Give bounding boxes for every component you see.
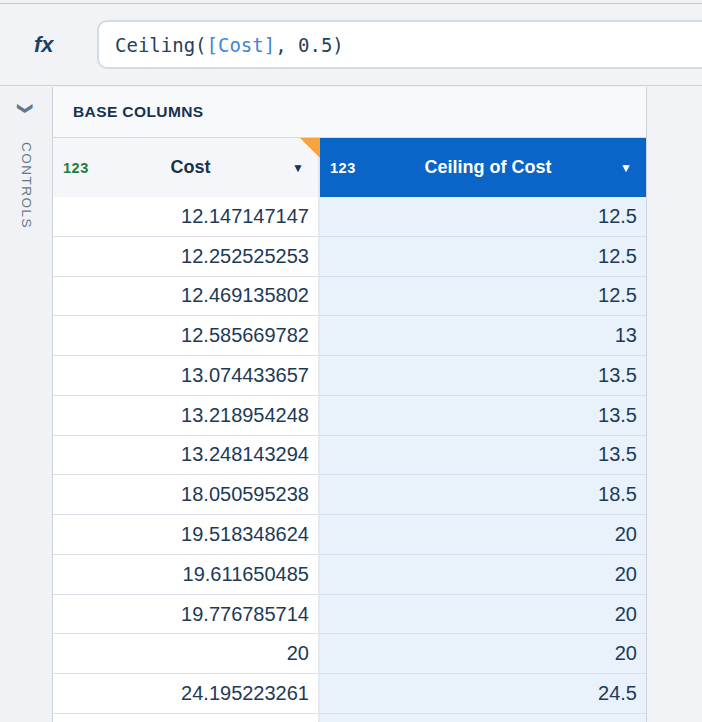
spreadsheet-app: fx Ceiling([Cost], 0.5) ❯ CONTROLS BASE … xyxy=(0,0,702,722)
table-cell[interactable]: 13.248143294 xyxy=(53,436,320,476)
chevron-collapse-icon[interactable]: ❯ xyxy=(19,102,34,115)
table-row: 12.14714714712.5 xyxy=(53,197,646,237)
column-header-label: Cost xyxy=(89,157,292,178)
table-cell[interactable]: 20 xyxy=(320,515,646,555)
table-row: 13.21895424813.5 xyxy=(53,396,646,436)
formula-text-prefix: Ceiling( xyxy=(115,34,207,56)
fx-icon: fx xyxy=(34,32,54,58)
table-cell[interactable]: 12.585669782 xyxy=(53,316,320,356)
formula-input[interactable]: Ceiling([Cost], 0.5) xyxy=(97,20,702,69)
panel-title-band: BASE COLUMNS xyxy=(53,87,646,138)
table-cell[interactable]: 13.5 xyxy=(320,356,646,396)
table-cell[interactable]: 13.5 xyxy=(320,396,646,436)
table-cell[interactable]: 13 xyxy=(320,316,646,356)
controls-panel-toggle[interactable]: ❯ CONTROLS xyxy=(0,87,52,722)
table-cell[interactable]: 12.5 xyxy=(320,237,646,277)
table-cell[interactable]: 12.147147147 xyxy=(53,197,320,237)
table-cell[interactable]: 13.218954248 xyxy=(53,396,320,436)
table-cell[interactable]: 18.050595238 xyxy=(53,475,320,515)
table-cell[interactable]: 20 xyxy=(53,634,320,674)
table-cell[interactable]: 19.611650485 xyxy=(53,555,320,595)
number-dtype-icon: 123 xyxy=(320,160,356,176)
orange-corner-flag-icon xyxy=(300,138,320,158)
table-cell[interactable]: 20 xyxy=(320,555,646,595)
table-cell[interactable]: 12.252525253 xyxy=(53,237,320,277)
table-cell[interactable]: 13.5 xyxy=(320,436,646,476)
table-row: 18.05059523818.5 xyxy=(53,475,646,515)
table-cell[interactable]: 24.5 xyxy=(320,674,646,714)
table-row: 19.77678571420 xyxy=(53,595,646,635)
table-cell[interactable]: 12.5 xyxy=(320,277,646,317)
table-cell[interactable]: 20 xyxy=(320,634,646,674)
table-cell[interactable]: 20 xyxy=(320,595,646,635)
formula-column-reference: [Cost] xyxy=(207,34,276,56)
table-row xyxy=(53,714,646,722)
column-header-cost[interactable]: 123 Cost ▼ xyxy=(53,138,320,197)
table-cell[interactable]: 12.5 xyxy=(320,197,646,237)
table-row: 12.46913580212.5 xyxy=(53,277,646,317)
column-header-label: Ceiling of Cost xyxy=(356,157,620,178)
table-row: 2020 xyxy=(53,634,646,674)
table-cell[interactable] xyxy=(53,714,320,722)
table-row: 19.61165048520 xyxy=(53,555,646,595)
table-cell[interactable] xyxy=(320,714,646,722)
column-header-ceiling-of-cost[interactable]: 123 Ceiling of Cost ▼ xyxy=(320,138,646,197)
formula-bar: fx Ceiling([Cost], 0.5) xyxy=(0,3,702,86)
table-cell[interactable]: 24.195223261 xyxy=(53,674,320,714)
table-cell[interactable]: 13.074433657 xyxy=(53,356,320,396)
column-menu-caret-icon[interactable]: ▼ xyxy=(292,161,318,175)
table-row: 12.58566978213 xyxy=(53,316,646,356)
table-row: 24.19522326124.5 xyxy=(53,674,646,714)
table-row: 13.24814329413.5 xyxy=(53,436,646,476)
table-cell[interactable]: 19.518348624 xyxy=(53,515,320,555)
table-body: 12.14714714712.512.25252525312.512.46913… xyxy=(53,197,646,722)
formula-text-suffix: , 0.5) xyxy=(275,34,344,56)
table-cell[interactable]: 12.469135802 xyxy=(53,277,320,317)
panel-title: BASE COLUMNS xyxy=(73,103,204,121)
column-menu-caret-icon[interactable]: ▼ xyxy=(620,161,646,175)
controls-rail-label: CONTROLS xyxy=(19,142,34,229)
table-cell[interactable]: 18.5 xyxy=(320,475,646,515)
table-row: 13.07443365713.5 xyxy=(53,356,646,396)
table-cell[interactable]: 19.776785714 xyxy=(53,595,320,635)
table-row: 19.51834862420 xyxy=(53,515,646,555)
data-grid: BASE COLUMNS 123 Cost ▼ 123 Ceiling of C… xyxy=(52,87,647,722)
number-dtype-icon: 123 xyxy=(53,160,89,176)
table-row: 12.25252525312.5 xyxy=(53,237,646,277)
column-header-row: 123 Cost ▼ 123 Ceiling of Cost ▼ xyxy=(53,138,646,197)
